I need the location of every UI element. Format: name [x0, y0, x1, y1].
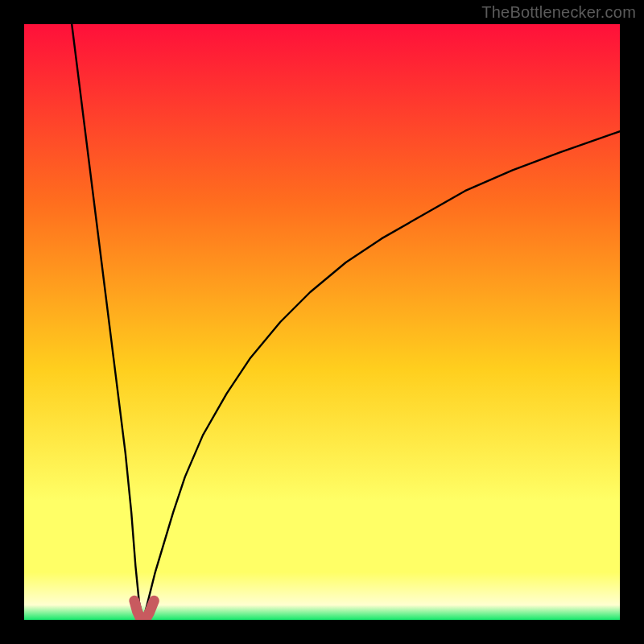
plot-svg [24, 24, 620, 620]
watermark-label: TheBottlenecker.com [481, 3, 636, 22]
gradient-background [24, 24, 620, 620]
plot-area [24, 24, 620, 620]
chart-frame: TheBottlenecker.com [0, 0, 644, 644]
